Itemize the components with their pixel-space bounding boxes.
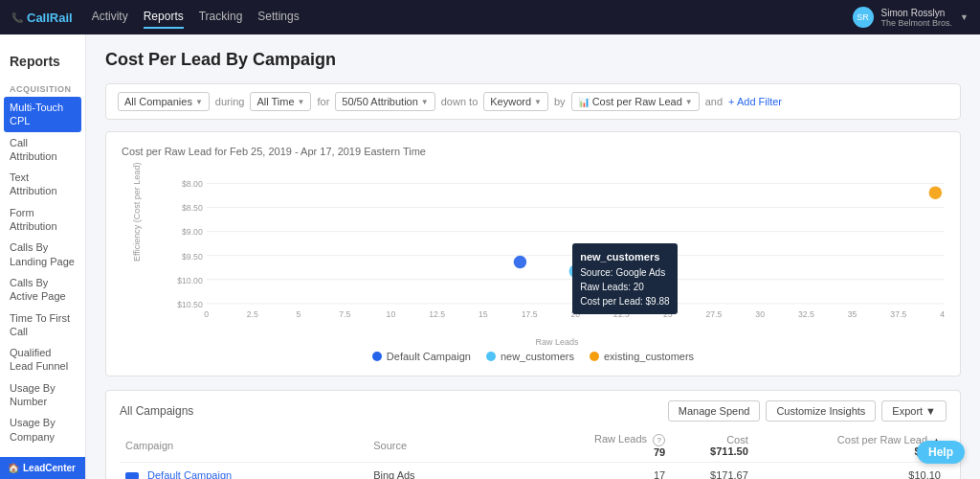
chart-subtitle: Cost per Raw Lead for Feb 25, 2019 - Apr… <box>122 146 945 157</box>
chart-wrapper: Efficiency (Cost per Lead) $8.00 $8.50 <box>122 167 945 347</box>
legend-label-new: new_customers <box>501 351 574 362</box>
table-row: Default Campaign Bing Ads 17 $171.67 $10… <box>120 462 947 479</box>
svg-text:$10.50: $10.50 <box>177 300 203 309</box>
table-title: All Campaigns <box>120 404 193 418</box>
svg-text:27.5: 27.5 <box>705 309 722 319</box>
user-name-company: Simon Rosslyn The Belmont Bros. <box>881 8 953 28</box>
datapoint-existing-customers[interactable] <box>929 186 943 199</box>
svg-text:$8.00: $8.00 <box>182 179 203 189</box>
chart-card: Cost per Raw Lead for Feb 25, 2019 - Apr… <box>105 131 961 376</box>
sidebar-item-textattribution[interactable]: Text Attribution <box>0 167 85 202</box>
leadcenter-button[interactable]: 🏠 LeadCenter <box>0 457 86 479</box>
chevron-down-icon: ▼ <box>421 98 429 106</box>
filter-and-label: and <box>705 96 723 107</box>
chevron-down-icon: ▼ <box>534 98 542 106</box>
col-campaign: Campaign <box>120 429 368 462</box>
svg-text:0: 0 <box>204 309 209 319</box>
sidebar-reports-title: Reports <box>0 44 85 77</box>
svg-text:$10.00: $10.00 <box>177 276 203 285</box>
layout: Reports ACQUISITION Multi-Touch CPL Call… <box>0 34 980 479</box>
filter-during-label: during <box>215 96 245 107</box>
filter-attribution[interactable]: 50/50 Attribution ▼ <box>335 92 434 111</box>
legend-label-default: Default Campaign <box>387 351 471 362</box>
table-card: All Campaigns Manage Spend Customize Ins… <box>105 390 961 479</box>
sidebar-item-callsactivepage[interactable]: Calls By Active Page <box>0 272 85 308</box>
leadcenter-icon: 🏠 <box>8 463 19 473</box>
sidebar-item-timetofirstcall[interactable]: Time To First Call <box>0 308 85 343</box>
datapoint-default-campaign[interactable] <box>514 256 527 269</box>
sidebar-item-callslandingpage[interactable]: Calls By Landing Page <box>0 237 85 272</box>
legend-dot-new <box>486 352 496 361</box>
svg-text:5: 5 <box>297 309 301 319</box>
filter-keyword[interactable]: Keyword ▼ <box>483 92 548 111</box>
user-info: SR Simon Rosslyn The Belmont Bros. ▼ <box>853 7 969 28</box>
sidebar-item-usagebycompany[interactable]: Usage By Company <box>0 412 85 447</box>
row1-raw-leads: 17 <box>533 462 671 479</box>
col-cost: Cost $711.50 <box>671 429 754 462</box>
add-filter-button[interactable]: + Add Filter <box>728 96 782 107</box>
manage-spend-button[interactable]: Manage Spend <box>668 400 761 422</box>
table-header: Campaign Source Raw Leads ? 79 Cost $7 <box>120 429 947 462</box>
sidebar-item-callattribution[interactable]: Call Attribution <box>0 132 85 168</box>
main-content: Cost Per Lead By Campaign All Companies … <box>86 34 980 479</box>
row1-campaign: Default Campaign <box>120 462 368 479</box>
top-navigation: 📞 CallRail Activity Reports Tracking Set… <box>0 0 980 34</box>
user-company: The Belmont Bros. <box>881 18 953 28</box>
legend-dot-existing <box>590 352 599 361</box>
filter-downto-label: down to <box>441 96 479 107</box>
svg-text:$9.00: $9.00 <box>182 228 203 238</box>
svg-text:$9.50: $9.50 <box>182 252 203 262</box>
customize-insights-button[interactable]: Customize Insights <box>766 400 876 422</box>
nav-activity[interactable]: Activity <box>92 6 128 29</box>
nav-tracking[interactable]: Tracking <box>199 6 243 29</box>
page-title: Cost Per Lead By Campaign <box>105 50 961 70</box>
filter-by-label: by <box>554 96 566 107</box>
link-default-campaign[interactable]: Default Campaign <box>147 469 232 479</box>
nav-links: Activity Reports Tracking Settings <box>92 6 853 29</box>
chart-icon: 📊 <box>578 97 590 107</box>
y-axis-label: Efficiency (Cost per Lead) <box>132 163 142 262</box>
x-axis-label: Raw Leads <box>169 337 945 347</box>
legend-label-existing: existing_customers <box>604 351 694 362</box>
svg-text:15: 15 <box>479 309 488 319</box>
help-icon-raw-leads[interactable]: ? <box>653 434 665 446</box>
sidebar: Reports ACQUISITION Multi-Touch CPL Call… <box>0 34 86 479</box>
sidebar-item-usagebynumber[interactable]: Usage By Number <box>0 377 85 413</box>
logo[interactable]: 📞 CallRail <box>11 11 73 25</box>
legend-existing-customers: existing_customers <box>590 351 694 362</box>
chart-legend: Default Campaign new_customers existing_… <box>122 351 945 362</box>
filter-metric[interactable]: 📊 Cost per Raw Lead ▼ <box>571 92 700 111</box>
nav-reports[interactable]: Reports <box>144 6 184 29</box>
sidebar-item-multitouchcpl[interactable]: Multi-Touch CPL <box>4 97 81 132</box>
filter-companies[interactable]: All Companies ▼ <box>118 92 210 111</box>
legend-dot-default <box>372 352 382 361</box>
export-button[interactable]: Export ▼ <box>881 400 947 422</box>
user-name: Simon Rosslyn <box>881 8 953 18</box>
col-source: Source <box>368 429 533 462</box>
svg-text:37.5: 37.5 <box>890 309 906 319</box>
filter-time[interactable]: All Time ▼ <box>250 92 311 111</box>
col-raw-leads: Raw Leads ? 79 <box>533 429 671 462</box>
svg-text:35: 35 <box>848 309 858 319</box>
sidebar-item-qualifiedlead[interactable]: Qualified Lead Funnel <box>0 342 85 377</box>
chart-svg: $8.00 $8.50 $9.00 $9.50 $10.00 $10.50 0 … <box>169 167 945 330</box>
chevron-down-icon: ▼ <box>685 98 693 106</box>
row1-source: Bing Ads <box>368 462 533 479</box>
svg-text:$8.50: $8.50 <box>182 203 203 213</box>
chevron-down-icon: ▼ <box>925 405 936 417</box>
datapoint-new-customers[interactable] <box>569 264 583 278</box>
avatar: SR <box>853 7 874 28</box>
svg-text:22.5: 22.5 <box>613 309 630 319</box>
svg-text:7.5: 7.5 <box>339 309 350 319</box>
help-button[interactable]: Help <box>917 441 965 464</box>
svg-text:12.5: 12.5 <box>429 309 445 319</box>
svg-text:30: 30 <box>755 309 765 319</box>
sidebar-item-formattribution[interactable]: Form Attribution <box>0 202 85 238</box>
sidebar-section-acquisition: ACQUISITION <box>0 77 85 97</box>
svg-text:32.5: 32.5 <box>798 309 814 319</box>
svg-text:2.5: 2.5 <box>247 309 258 319</box>
row1-cost: $171.67 <box>671 462 754 479</box>
svg-text:20: 20 <box>570 309 580 319</box>
nav-settings[interactable]: Settings <box>257 6 299 29</box>
campaigns-table: Campaign Source Raw Leads ? 79 Cost $7 <box>120 429 947 479</box>
